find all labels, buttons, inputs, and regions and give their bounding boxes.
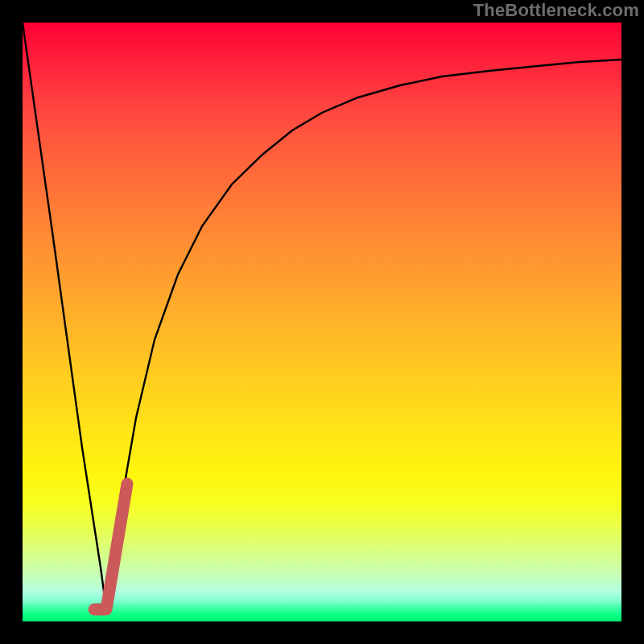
- watermark-text: TheBottleneck.com: [473, 0, 639, 21]
- curve-svg: [23, 23, 621, 621]
- hook-highlight: [94, 484, 127, 609]
- plot-area: [23, 23, 621, 621]
- chart-frame: TheBottleneck.com: [0, 0, 644, 644]
- bottleneck-curve: [23, 23, 621, 609]
